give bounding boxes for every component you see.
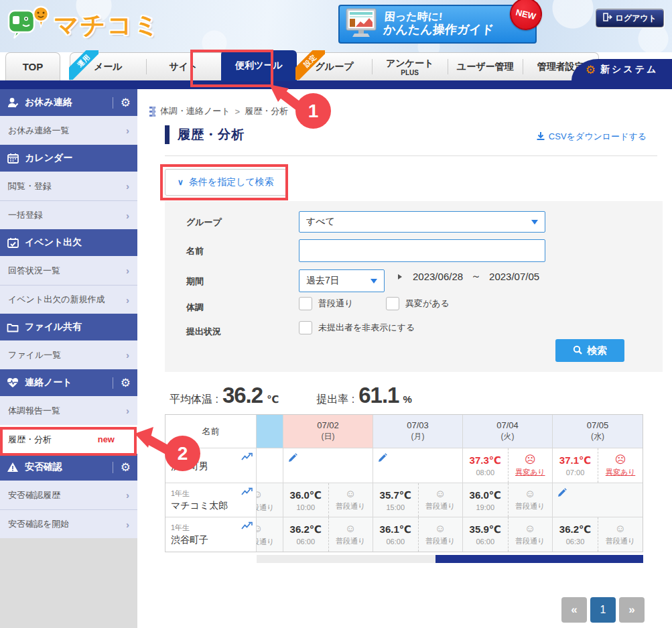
status-link[interactable]: 異変あり [515, 467, 545, 477]
student-name-cell: 1年生 マチコミ太郎 [165, 483, 257, 517]
tab-site[interactable]: サイト [146, 53, 222, 80]
table-cell-reading: 36.2℃06:00 ☺普段通り [283, 517, 373, 552]
sidebar-item-safety-start[interactable]: 安否確認を開始 › [0, 509, 137, 538]
tab-tools[interactable]: 便利ツール [221, 50, 297, 81]
student-name-cell: 1年生 渋谷町子 [165, 517, 257, 552]
sidebar-section-calendar: カレンダー [0, 145, 137, 172]
monitor-icon [345, 7, 377, 41]
sidebar-item-view-register[interactable]: 閲覧・登録 › [0, 172, 137, 200]
checkbox-normal[interactable] [299, 297, 312, 310]
pencil-icon [378, 453, 387, 462]
trend-chart-icon[interactable] [241, 487, 253, 499]
logout-button[interactable]: ログアウト [596, 9, 664, 27]
normal-face-icon: ☺ [525, 523, 535, 534]
period-label: 期間 [186, 275, 204, 288]
pagination-page-1[interactable]: 1 [590, 597, 616, 623]
group-label: グループ [186, 216, 222, 229]
table-cell-reading: 37.3℃08:00 ☹異変あり [463, 448, 553, 483]
sidebar-item-bulk-register[interactable]: 一括登録 › [0, 200, 137, 229]
scrollbar-thumb[interactable] [435, 555, 643, 563]
chevron-down-icon: ∨ [178, 178, 184, 187]
tab-user-management[interactable]: ユーザー管理 [448, 53, 523, 80]
person-check-icon [7, 97, 19, 108]
status-link[interactable]: 異変あり [606, 467, 636, 477]
table-cell-edit[interactable] [373, 448, 463, 483]
column-header-name: 名前 [165, 415, 257, 448]
chevron-right-icon: › [126, 349, 129, 361]
sidebar-item-event-create[interactable]: イベント出欠の新規作成 › [0, 285, 137, 314]
table-cell-empty [257, 448, 283, 483]
chevron-right-icon: › [126, 265, 129, 276]
pagination: « 1 » [561, 597, 645, 623]
sidebar-item-response-status[interactable]: 回答状況一覧 › [0, 256, 137, 285]
guide-banner[interactable]: 困った時に! かんたん操作ガイド NEW [338, 5, 537, 44]
table-cell-edit[interactable] [283, 448, 373, 483]
table-cell-edit[interactable] [553, 483, 643, 517]
mascot-icon [7, 4, 51, 47]
name-label: 名前 [186, 245, 204, 257]
tab-mail[interactable]: 運用 メール [70, 53, 146, 80]
checkbox-hide-unsubmitted[interactable] [299, 321, 312, 334]
machicomi-logo[interactable]: マチコミ [7, 4, 160, 47]
gear-icon[interactable]: ⚙ [113, 97, 131, 109]
normal-face-icon: ☺ [345, 523, 356, 534]
date-expander-icon[interactable] [398, 274, 405, 279]
search-conditions-toggle[interactable]: ∨ 条件を指定して検索 [165, 169, 287, 196]
condition-option-abnormal: 異変がある [386, 297, 450, 310]
submission-option: 未提出者を非表示にする [299, 321, 415, 334]
name-input[interactable] [299, 239, 545, 262]
table-horizontal-scrollbar[interactable] [257, 555, 643, 563]
dropdown-arrow-icon [531, 220, 538, 228]
main-nav: TOP 運用 メール サイト 便利ツール 設定 グループ アンケートPLUS ユ… [0, 52, 672, 80]
date-from: 2023/06/28 [413, 271, 463, 282]
tab-group-setting[interactable]: 設定 グループ [297, 53, 373, 80]
pencil-icon [557, 488, 567, 497]
sidebar-item-file-list[interactable]: ファイル一覧 › [0, 340, 137, 369]
sidebar-section-files: ファイル共有 [0, 314, 137, 340]
tab-group: 運用 メール サイト 便利ツール 設定 グループ アンケートPLUS ユーザー管… [70, 52, 599, 80]
csv-download-link[interactable]: CSVをダウンロードする [536, 131, 647, 143]
chevron-right-icon: › [126, 125, 129, 136]
sidebar-item-health-report-list[interactable]: 体調報告一覧 › [0, 396, 137, 425]
search-button[interactable]: 検索 [555, 339, 624, 362]
sidebar-section-health-note: 連絡ノート ⚙ [0, 369, 137, 396]
group-select[interactable]: すべて [299, 211, 545, 233]
warning-icon [7, 462, 19, 473]
gear-icon[interactable]: ⚙ [113, 462, 131, 473]
period-select[interactable]: 過去7日 [299, 269, 385, 292]
normal-face-icon: ☺ [257, 523, 274, 534]
divider [165, 155, 657, 156]
column-header-0705: 07/05(水) [553, 415, 643, 448]
gear-icon[interactable]: ⚙ [113, 377, 131, 389]
table-row: 渋谷町男 37.3℃08:00 ☹異変あり 37.1℃07:00 ☹異変あり [165, 448, 643, 483]
tab-top[interactable]: TOP [5, 52, 60, 80]
sidebar-item-history-analysis[interactable]: 履歴・分析 new [0, 425, 137, 454]
search-icon [573, 345, 582, 357]
submission-label: 提出状況 [186, 326, 221, 338]
trend-chart-icon[interactable] [241, 521, 253, 533]
calendar-check-icon [7, 237, 19, 248]
average-temperature-stat: 平均体温 : 36.2 ℃ [170, 383, 279, 408]
column-header-0703: 07/03(月) [373, 415, 463, 448]
sidebar-item-absence-list[interactable]: お休み連絡一覧 › [0, 116, 137, 145]
heart-pulse-icon [7, 377, 19, 388]
condition-label: 体調 [186, 302, 204, 314]
dropdown-arrow-icon [371, 279, 377, 287]
table-cell-reading: 36.0℃19:00 ☺普段通り [463, 483, 553, 517]
normal-face-icon: ☺ [435, 489, 446, 499]
calendar-icon [7, 153, 19, 164]
sidebar-item-safety-history[interactable]: 安否確認履歴 › [0, 481, 137, 509]
new-system-button[interactable]: ⚙ 新システム [572, 59, 672, 80]
date-to: 2023/07/05 [489, 271, 539, 282]
checkbox-abnormal[interactable] [386, 297, 399, 310]
main-content: 体調・連絡ノート > 履歴・分析 履歴・分析 CSVをダウンロードする ∨ 条件… [137, 89, 672, 628]
pagination-prev-button[interactable]: « [561, 597, 587, 623]
logo-wordmark: マチコミ [54, 9, 160, 42]
breadcrumb: 体調・連絡ノート > 履歴・分析 [149, 105, 288, 117]
pagination-next-button[interactable]: » [619, 597, 645, 623]
trend-chart-icon[interactable] [241, 452, 253, 464]
new-feature-badge: new [98, 434, 115, 444]
gear-icon: ⚙ [586, 63, 596, 77]
tab-survey-plus[interactable]: アンケートPLUS [372, 53, 448, 80]
breadcrumb-parent[interactable]: 体調・連絡ノート [160, 105, 230, 117]
